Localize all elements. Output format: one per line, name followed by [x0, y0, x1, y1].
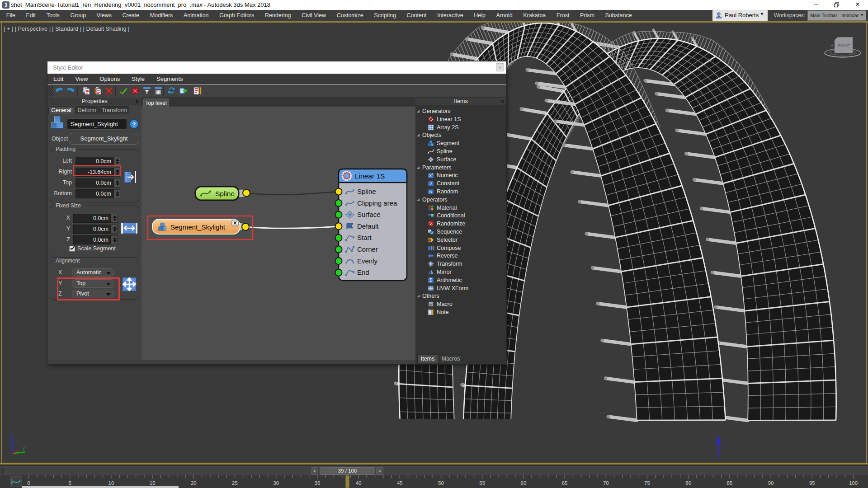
svg-text:Spline: Spline: [357, 188, 376, 195]
svg-text:X: X: [429, 174, 432, 178]
svg-text:2: 2: [429, 181, 432, 186]
svg-text:End: End: [357, 268, 369, 276]
svg-text:?: ?: [132, 121, 136, 128]
svg-text:Default: Default: [357, 222, 379, 230]
svg-text:Linear 1S: Linear 1S: [355, 172, 385, 180]
svg-text:Clipping area: Clipping area: [357, 199, 397, 207]
svg-text:◄: ◄: [830, 43, 834, 47]
svg-text:Evenly: Evenly: [357, 257, 378, 265]
svg-text:Spline: Spline: [215, 190, 235, 197]
svg-text:z: z: [717, 435, 719, 440]
svg-text:RIGHT: RIGHT: [838, 43, 850, 48]
svg-text:z: z: [10, 434, 12, 439]
svg-text:Segment_Skylight: Segment_Skylight: [170, 223, 226, 231]
svg-text:M: M: [429, 303, 433, 307]
svg-text:Surface: Surface: [357, 211, 381, 218]
svg-text:y: y: [23, 446, 25, 450]
svg-text:Start: Start: [357, 234, 372, 241]
svg-text:Corner: Corner: [357, 245, 378, 253]
svg-text:Σ: Σ: [429, 278, 432, 283]
svg-text:R: R: [429, 189, 433, 194]
